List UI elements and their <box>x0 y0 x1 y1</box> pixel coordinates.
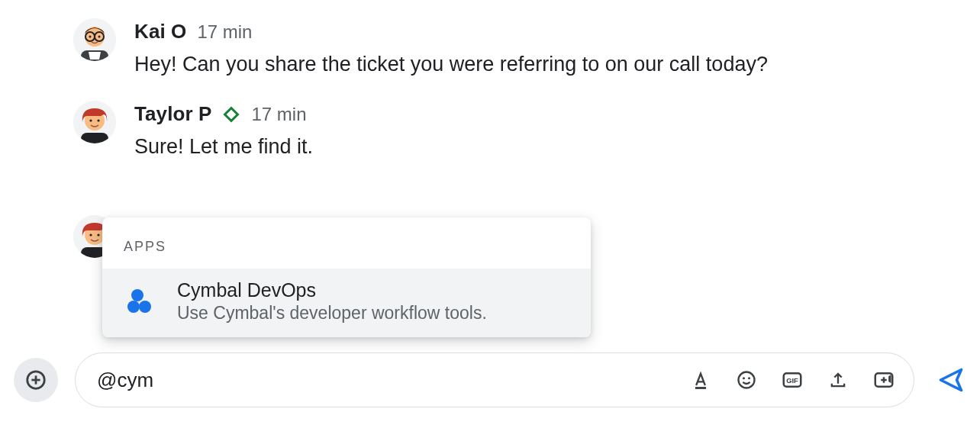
svg-text:GIF: GIF <box>786 377 798 385</box>
message-text: Sure! Let me find it. <box>134 132 980 162</box>
mention-item-description: Use Cymbal's developer workflow tools. <box>177 303 487 324</box>
svg-rect-9 <box>81 133 108 143</box>
chat-area: Kai O 17 min Hey! Can you share the tick… <box>0 0 980 180</box>
compose-row: GIF <box>14 352 966 407</box>
compose-box: GIF <box>75 352 914 407</box>
svg-point-11 <box>89 120 92 122</box>
svg-point-27 <box>743 377 745 379</box>
upload-button[interactable] <box>825 367 851 393</box>
svg-point-26 <box>739 372 755 388</box>
message-input[interactable] <box>95 368 688 393</box>
message-sender-name: Taylor P <box>134 102 211 126</box>
svg-point-18 <box>97 233 99 236</box>
emoji-button[interactable] <box>733 367 759 393</box>
svg-point-6 <box>89 36 92 38</box>
chat-message: Kai O 17 min Hey! Can you share the tick… <box>0 15 980 98</box>
svg-point-20 <box>127 301 140 313</box>
message-timestamp: 17 min <box>251 104 306 125</box>
message-sender-name: Kai O <box>134 20 186 43</box>
mention-section-header: Apps <box>102 217 591 269</box>
message-timestamp: 17 min <box>197 21 252 43</box>
svg-point-7 <box>98 36 101 38</box>
mention-suggestion-popup: Apps Cymbal DevOps Use Cymbal's develope… <box>102 217 591 337</box>
status-badge-icon <box>222 105 240 124</box>
mention-suggestion-item[interactable]: Cymbal DevOps Use Cymbal's developer wor… <box>102 269 591 337</box>
format-text-button[interactable] <box>688 367 714 393</box>
send-button[interactable] <box>936 365 966 395</box>
chat-message: Taylor P 17 min Sure! Let me find it. <box>0 98 980 180</box>
video-meeting-button[interactable] <box>871 367 897 393</box>
app-icon <box>124 285 156 317</box>
mention-item-name: Cymbal DevOps <box>177 279 487 301</box>
svg-point-17 <box>89 233 92 236</box>
svg-point-19 <box>131 289 143 301</box>
message-text: Hey! Can you share the ticket you were r… <box>134 50 980 79</box>
svg-point-21 <box>139 301 151 313</box>
avatar <box>73 18 116 61</box>
svg-rect-13 <box>225 108 238 121</box>
svg-point-28 <box>748 377 750 379</box>
add-attachment-button[interactable] <box>14 358 58 402</box>
svg-point-12 <box>97 120 99 122</box>
avatar <box>73 101 116 143</box>
gif-button[interactable]: GIF <box>779 367 805 393</box>
